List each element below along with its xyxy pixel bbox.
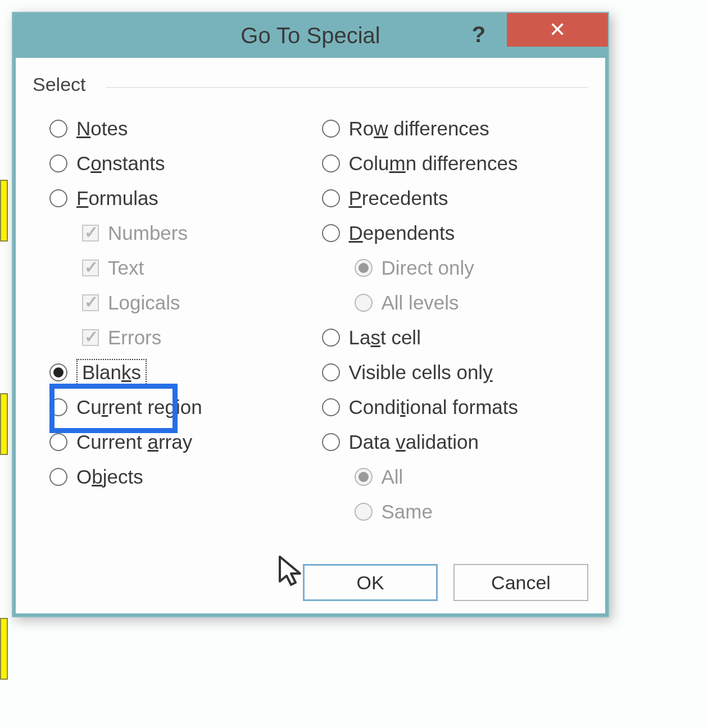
radio-objects[interactable] (49, 468, 67, 486)
radio-data-validation[interactable] (322, 433, 340, 451)
ok-button[interactable]: OK (303, 564, 438, 601)
option-label-current-array: Current array (76, 431, 192, 453)
radio-blanks[interactable] (49, 363, 67, 381)
cursor-icon (278, 554, 305, 587)
radio-col-diff[interactable] (322, 154, 340, 172)
option-constants[interactable]: Constants (49, 146, 316, 181)
option-label-precedents: Precedents (349, 187, 448, 210)
radio-same (355, 503, 373, 521)
checkbox-errors (82, 329, 99, 346)
cancel-button-label: Cancel (491, 572, 551, 594)
option-numbers: Numbers (49, 216, 316, 251)
option-label-data-validation: Data validation (349, 431, 479, 453)
option-current-region[interactable]: Current region (49, 390, 316, 425)
radio-dependents[interactable] (322, 224, 340, 242)
option-objects[interactable]: Objects (49, 459, 316, 494)
option-errors: Errors (49, 320, 316, 355)
option-label-dependents: Dependents (349, 222, 455, 244)
option-label-logicals: Logicals (108, 292, 180, 314)
radio-row-diff[interactable] (322, 120, 340, 138)
radio-formulas[interactable] (49, 189, 67, 207)
option-label-last-cell: Last cell (349, 326, 421, 349)
option-label-errors: Errors (108, 326, 161, 349)
option-label-all-levels: All levels (382, 292, 459, 314)
option-label-row-diff: Row differences (349, 117, 489, 140)
option-logicals: Logicals (49, 285, 316, 320)
radio-all-levels (355, 294, 373, 312)
option-label-col-diff: Column differences (349, 152, 518, 175)
close-icon: ✕ (549, 18, 566, 42)
radio-all (355, 468, 373, 486)
option-all-levels: All levels (322, 285, 589, 320)
option-label-formulas: Formulas (76, 187, 158, 210)
help-icon: ? (472, 22, 485, 47)
checkbox-text (82, 260, 99, 276)
option-label-same: Same (382, 501, 433, 523)
go-to-special-dialog: Go To Special ? ✕ Select NotesConstantsF… (12, 12, 609, 617)
dialog-title: Go To Special (240, 23, 380, 48)
option-label-objects: Objects (76, 466, 143, 488)
option-blanks[interactable]: Blanks (49, 355, 316, 390)
option-row-diff[interactable]: Row differences (322, 111, 589, 146)
radio-precedents[interactable] (322, 189, 340, 207)
checkbox-numbers (82, 225, 99, 242)
option-text: Text (49, 251, 316, 285)
help-button[interactable]: ? (462, 17, 496, 51)
option-col-diff[interactable]: Column differences (322, 146, 589, 181)
dialog-body: Select NotesConstantsFormulasNumbersText… (13, 58, 608, 616)
radio-current-region[interactable] (49, 398, 67, 416)
radio-last-cell[interactable] (322, 329, 340, 347)
option-last-cell[interactable]: Last cell (322, 320, 589, 355)
radio-current-array[interactable] (49, 433, 67, 451)
option-label-direct-only: Direct only (382, 257, 474, 279)
radio-direct-only (355, 259, 373, 277)
cancel-button[interactable]: Cancel (453, 564, 588, 601)
option-label-cond-formats: Conditional formats (349, 396, 519, 418)
option-all: All (322, 459, 589, 494)
option-label-blanks: Blanks (76, 359, 147, 386)
ok-button-label: OK (356, 572, 384, 594)
option-notes[interactable]: Notes (49, 111, 316, 146)
option-current-array[interactable]: Current array (49, 425, 316, 459)
option-dependents[interactable]: Dependents (322, 216, 589, 251)
titlebar: Go To Special ? ✕ (13, 13, 608, 58)
option-data-validation[interactable]: Data validation (322, 425, 589, 459)
options-column-right: Row differencesColumn differencesPrecede… (316, 111, 589, 529)
option-label-constants: Constants (76, 152, 165, 175)
divider (106, 87, 588, 88)
option-direct-only: Direct only (322, 251, 589, 285)
option-visible-cells[interactable]: Visible cells only (322, 355, 589, 390)
option-label-visible-cells: Visible cells only (349, 361, 493, 384)
option-label-numbers: Numbers (108, 222, 188, 244)
checkbox-logicals (82, 294, 99, 311)
option-cond-formats[interactable]: Conditional formats (322, 390, 589, 425)
option-label-all: All (382, 466, 403, 488)
option-same: Same (322, 494, 589, 529)
option-precedents[interactable]: Precedents (322, 181, 589, 216)
options-column-left: NotesConstantsFormulasNumbersTextLogical… (33, 111, 316, 529)
close-button[interactable]: ✕ (507, 13, 608, 47)
option-formulas[interactable]: Formulas (49, 181, 316, 216)
option-label-notes: Notes (76, 117, 128, 140)
radio-constants[interactable] (49, 154, 67, 172)
radio-cond-formats[interactable] (322, 398, 340, 416)
option-label-current-region: Current region (76, 396, 202, 418)
radio-visible-cells[interactable] (322, 363, 340, 381)
radio-notes[interactable] (49, 120, 67, 138)
group-label: Select (33, 74, 90, 95)
option-label-text: Text (108, 257, 144, 279)
